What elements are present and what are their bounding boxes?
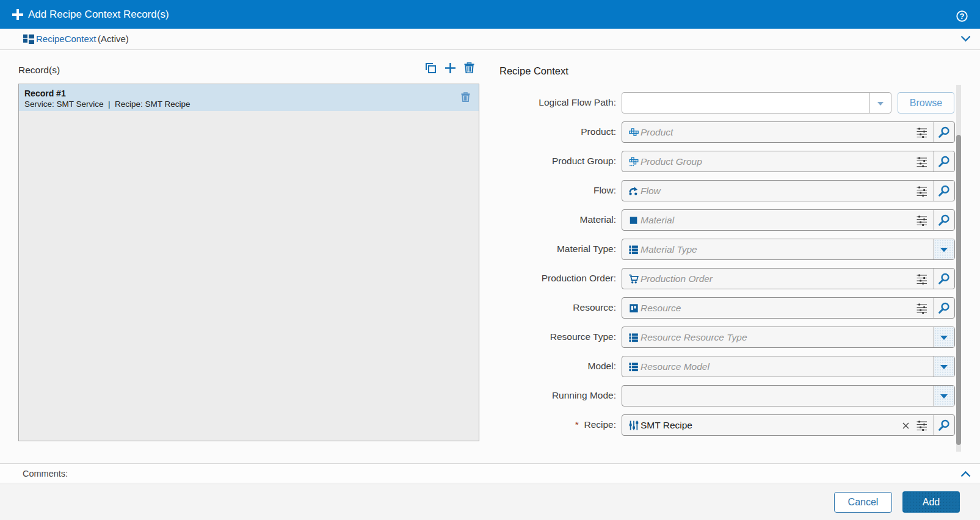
svg-text:?: ? [960, 12, 965, 21]
